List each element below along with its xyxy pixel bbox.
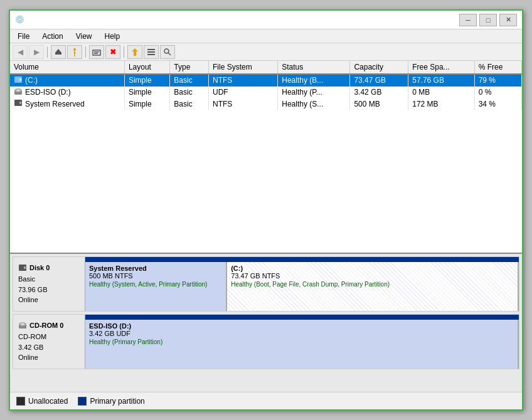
table-section: Volume Layout Type File System Status Ca… bbox=[10, 61, 522, 254]
cell-volume: ESD-ISO (D:) bbox=[10, 87, 124, 98]
cell-filesystem: UDF bbox=[208, 87, 277, 98]
col-volume[interactable]: Volume bbox=[10, 61, 124, 74]
disk-panels: Disk 0Basic73.96 GBOnlineSystem Reserved… bbox=[10, 254, 522, 392]
title-bar: 💿 ─ □ ✕ bbox=[10, 11, 522, 29]
col-free-space[interactable]: Free Spa... bbox=[408, 61, 474, 74]
disk-type: Basic bbox=[18, 274, 80, 285]
col-pct-free[interactable]: % Free bbox=[474, 61, 521, 74]
col-status[interactable]: Status bbox=[278, 61, 350, 74]
disk-bar-top bbox=[85, 315, 519, 320]
close-button[interactable]: ✕ bbox=[499, 14, 517, 26]
svg-rect-0 bbox=[55, 53, 61, 55]
partition-status: Healthy (System, Active, Primary Partiti… bbox=[89, 281, 222, 288]
partition-block[interactable]: System Reserved500 MB NTFSHealthy (Syste… bbox=[85, 262, 227, 311]
toolbar-sep-3 bbox=[124, 46, 124, 58]
cell-pct-free: 79 % bbox=[474, 74, 521, 87]
disk-table: Volume Layout Type File System Status Ca… bbox=[10, 61, 522, 110]
svg-rect-4 bbox=[74, 55, 75, 56]
partition-name: System Reserved bbox=[89, 265, 222, 272]
disk-name: Disk 0 bbox=[18, 261, 80, 274]
legend-label-unallocated: Unallocated bbox=[28, 397, 68, 406]
back-button[interactable]: ◀ bbox=[13, 45, 28, 59]
table-row[interactable]: ESD-ISO (D:)SimpleBasicUDFHealthy (P...3… bbox=[10, 87, 522, 98]
partition-name: (C:) bbox=[231, 265, 514, 272]
properties-button[interactable] bbox=[89, 45, 104, 59]
svg-rect-9 bbox=[147, 49, 155, 50]
cell-capacity: 3.42 GB bbox=[350, 87, 408, 98]
export-button[interactable] bbox=[127, 45, 142, 59]
cell-pct-free: 0 % bbox=[474, 87, 521, 98]
disk-type: CD-ROM bbox=[18, 332, 80, 342]
partition-size: 500 MB NTFS bbox=[89, 272, 222, 280]
legend-label-primary: Primary partition bbox=[90, 397, 144, 406]
legend-unallocated: Unallocated bbox=[16, 397, 68, 406]
delete-button[interactable]: ✖ bbox=[105, 45, 120, 59]
disk-partitions: System Reserved500 MB NTFSHealthy (Syste… bbox=[85, 257, 519, 311]
help-button[interactable] bbox=[67, 45, 82, 59]
cell-layout: Simple bbox=[124, 74, 169, 87]
partition-status: Healthy (Primary Partition) bbox=[89, 339, 514, 345]
partition-block[interactable]: (C:)73.47 GB NTFSHealthy (Boot, Page Fil… bbox=[227, 262, 519, 311]
menu-file[interactable]: File bbox=[13, 31, 35, 42]
svg-rect-15 bbox=[19, 78, 21, 81]
main-content: Volume Layout Type File System Status Ca… bbox=[10, 61, 522, 392]
disk-row: Disk 0Basic73.96 GBOnlineSystem Reserved… bbox=[13, 256, 519, 312]
cell-capacity: 500 MB bbox=[350, 98, 408, 110]
disk-status: Online bbox=[18, 295, 80, 305]
svg-point-18 bbox=[16, 89, 20, 91]
toolbar-sep-1 bbox=[47, 46, 48, 58]
col-capacity[interactable]: Capacity bbox=[350, 61, 408, 74]
toolbar-sep-2 bbox=[85, 46, 86, 58]
up-button[interactable] bbox=[51, 45, 66, 59]
svg-marker-8 bbox=[132, 48, 138, 56]
col-filesystem[interactable]: File System bbox=[208, 61, 277, 74]
svg-point-12 bbox=[164, 49, 169, 53]
cell-volume: (C:) bbox=[10, 74, 124, 87]
cell-free-space: 0 MB bbox=[408, 87, 474, 98]
disk-bar-top bbox=[85, 257, 519, 262]
forward-button[interactable]: ▶ bbox=[29, 45, 44, 59]
cell-layout: Simple bbox=[124, 98, 169, 110]
svg-rect-11 bbox=[147, 54, 155, 55]
maximize-button[interactable]: □ bbox=[479, 14, 497, 26]
cell-status: Healthy (B... bbox=[278, 74, 350, 87]
svg-point-25 bbox=[21, 323, 24, 325]
cell-status: Healthy (P... bbox=[278, 87, 350, 98]
partitions-row: System Reserved500 MB NTFSHealthy (Syste… bbox=[85, 262, 519, 311]
disk-size: 3.42 GB bbox=[18, 342, 80, 353]
minimize-button[interactable]: ─ bbox=[459, 14, 477, 26]
table-row[interactable]: (C:)SimpleBasicNTFSHealthy (B...73.47 GB… bbox=[10, 74, 522, 87]
svg-rect-10 bbox=[147, 51, 155, 53]
disk-partitions: ESD-ISO (D:)3.42 GB UDFHealthy (Primary … bbox=[85, 315, 519, 369]
list-button[interactable] bbox=[144, 45, 159, 59]
title-buttons: ─ □ ✕ bbox=[459, 14, 517, 26]
disk-status: Online bbox=[18, 352, 80, 363]
svg-line-13 bbox=[168, 53, 171, 55]
menu-action[interactable]: Action bbox=[37, 31, 68, 42]
menu-bar: File Action View Help bbox=[10, 29, 522, 43]
disk-name: CD-ROM 0 bbox=[18, 318, 80, 332]
disk-icon bbox=[18, 262, 27, 272]
disk-icon bbox=[18, 320, 27, 330]
partition-name: ESD-ISO (D:) bbox=[89, 322, 514, 330]
col-type[interactable]: Type bbox=[170, 61, 209, 74]
col-layout[interactable]: Layout bbox=[124, 61, 169, 74]
svg-marker-1 bbox=[55, 49, 61, 53]
svg-rect-2 bbox=[73, 48, 76, 51]
cell-type: Basic bbox=[170, 98, 209, 110]
disk-size: 73.96 GB bbox=[18, 285, 80, 295]
legend-swatch-unallocated bbox=[16, 397, 25, 406]
svg-rect-7 bbox=[94, 53, 98, 54]
cell-status: Healthy (S... bbox=[278, 98, 350, 110]
legend-primary: Primary partition bbox=[78, 397, 144, 406]
cell-filesystem: NTFS bbox=[208, 74, 277, 87]
svg-rect-3 bbox=[74, 51, 75, 55]
menu-view[interactable]: View bbox=[71, 31, 97, 42]
partition-block[interactable]: ESD-ISO (D:)3.42 GB UDFHealthy (Primary … bbox=[85, 320, 519, 369]
partition-status: Healthy (Boot, Page File, Crash Dump, Pr… bbox=[231, 281, 514, 288]
menu-help[interactable]: Help bbox=[100, 31, 125, 42]
table-row[interactable]: System ReservedSimpleBasicNTFSHealthy (S… bbox=[10, 98, 522, 110]
search-button[interactable] bbox=[160, 45, 175, 59]
cell-type: Basic bbox=[170, 74, 209, 87]
cell-layout: Simple bbox=[124, 87, 169, 98]
